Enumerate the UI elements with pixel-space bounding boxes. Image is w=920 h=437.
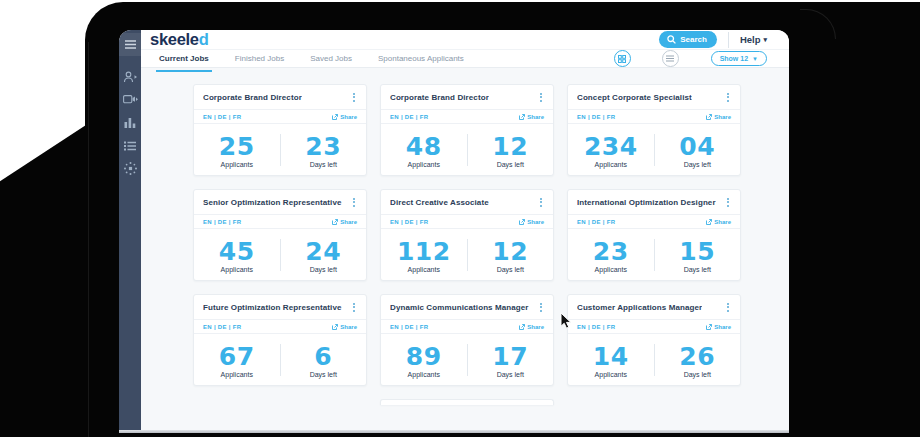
job-card-partial[interactable] xyxy=(380,399,554,405)
header-divider xyxy=(728,32,729,48)
days-label: Days left xyxy=(497,266,524,273)
list-view-button[interactable] xyxy=(662,50,679,67)
external-link-icon xyxy=(706,114,712,120)
main-panel: skeeled Search Help ▾ Current Jobs Fi xyxy=(141,30,789,433)
job-card[interactable]: Dynamic Communications Manager EN | DE |… xyxy=(380,294,554,386)
video-icon xyxy=(123,94,138,105)
search-button[interactable]: Search xyxy=(659,31,717,48)
job-grid: Corporate Brand Director EN | DE | FR Sh… xyxy=(141,68,789,433)
job-title: International Optimization Designer xyxy=(577,198,716,207)
days-label: Days left xyxy=(310,371,337,378)
job-card[interactable]: Corporate Brand Director EN | DE | FR Sh… xyxy=(193,84,367,176)
tab-spontaneous-applicants[interactable]: Spontaneous Applicants xyxy=(378,54,464,63)
card-menu-button[interactable] xyxy=(351,90,357,105)
days-label: Days left xyxy=(684,266,711,273)
job-title: Direct Creative Associate xyxy=(390,198,489,207)
tab-finished-jobs[interactable]: Finished Jobs xyxy=(235,54,284,63)
device-base-left xyxy=(0,125,86,437)
sidebar-item-integrations[interactable] xyxy=(119,157,141,180)
app-window: skeeled Search Help ▾ Current Jobs Fi xyxy=(119,30,789,433)
applicants-count: 23 xyxy=(593,239,629,264)
share-label: Share xyxy=(527,219,544,225)
days-count: 12 xyxy=(492,239,528,264)
applicants-label: Applicants xyxy=(221,266,253,273)
share-label: Share xyxy=(714,114,731,120)
share-label: Share xyxy=(527,114,544,120)
share-label: Share xyxy=(714,324,731,330)
menu-button[interactable] xyxy=(119,33,141,56)
tab-saved-jobs[interactable]: Saved Jobs xyxy=(310,54,352,63)
card-menu-button[interactable] xyxy=(725,300,731,315)
external-link-icon xyxy=(519,324,525,330)
external-link-icon xyxy=(706,324,712,330)
card-menu-button[interactable] xyxy=(725,90,731,105)
sidebar-item-lists[interactable] xyxy=(119,134,141,157)
days-count: 23 xyxy=(305,134,341,159)
external-link-icon xyxy=(706,219,712,225)
job-title: Future Optimization Representative xyxy=(203,303,342,312)
job-title: Dynamic Communications Manager xyxy=(390,303,529,312)
external-link-icon xyxy=(519,114,525,120)
share-button[interactable]: Share xyxy=(519,219,544,225)
external-link-icon xyxy=(332,324,338,330)
applicants-label: Applicants xyxy=(221,371,253,378)
job-card[interactable]: Direct Creative Associate EN | DE | FR S… xyxy=(380,189,554,281)
language-badges: EN | DE | FR xyxy=(203,219,241,225)
share-button[interactable]: Share xyxy=(332,324,357,330)
card-menu-button[interactable] xyxy=(351,195,357,210)
sidebar-item-statistics[interactable] xyxy=(119,111,141,134)
grid-view-button[interactable] xyxy=(614,50,631,67)
search-icon xyxy=(667,35,676,44)
days-label: Days left xyxy=(310,266,337,273)
device-edge-highlight xyxy=(88,42,89,437)
help-menu[interactable]: Help ▾ xyxy=(740,34,767,45)
applicants-count: 89 xyxy=(406,344,442,369)
days-count: 12 xyxy=(492,134,528,159)
days-count: 26 xyxy=(679,344,715,369)
job-card[interactable]: Customer Applications Manager EN | DE | … xyxy=(567,294,741,386)
share-button[interactable]: Share xyxy=(706,219,731,225)
card-menu-button[interactable] xyxy=(351,300,357,315)
language-badges: EN | DE | FR xyxy=(203,324,241,330)
job-card[interactable]: Future Optimization Representative EN | … xyxy=(193,294,367,386)
show-count-dropdown[interactable]: Show 12 ▼ xyxy=(711,51,767,66)
language-badges: EN | DE | FR xyxy=(390,324,428,330)
applicants-count: 48 xyxy=(406,134,442,159)
share-label: Share xyxy=(527,324,544,330)
share-button[interactable]: Share xyxy=(519,324,544,330)
network-icon xyxy=(124,162,137,175)
tab-current-jobs[interactable]: Current Jobs xyxy=(159,54,209,63)
days-count: 24 xyxy=(305,239,341,264)
external-link-icon xyxy=(332,219,338,225)
sidebar-item-candidates[interactable] xyxy=(119,65,141,88)
language-badges: EN | DE | FR xyxy=(390,114,428,120)
screen-bottom-edge xyxy=(119,430,789,433)
applicants-label: Applicants xyxy=(221,161,253,168)
card-menu-button[interactable] xyxy=(538,195,544,210)
job-card[interactable]: International Optimization Designer EN |… xyxy=(567,189,741,281)
card-menu-button[interactable] xyxy=(538,90,544,105)
card-menu-button[interactable] xyxy=(725,195,731,210)
share-button[interactable]: Share xyxy=(332,114,357,120)
sidebar-item-videos[interactable] xyxy=(119,88,141,111)
bar-chart-icon xyxy=(124,117,136,128)
external-link-icon xyxy=(519,219,525,225)
share-label: Share xyxy=(340,219,357,225)
share-button[interactable]: Share xyxy=(706,324,731,330)
applicants-label: Applicants xyxy=(595,371,627,378)
job-title: Concept Corporate Specialist xyxy=(577,93,692,102)
job-card[interactable]: Senior Optimization Representative EN | … xyxy=(193,189,367,281)
chevron-down-icon: ▾ xyxy=(763,36,767,44)
job-card[interactable]: Corporate Brand Director EN | DE | FR Sh… xyxy=(380,84,554,176)
chevron-down-icon: ▼ xyxy=(752,56,758,62)
applicants-label: Applicants xyxy=(408,266,440,273)
share-button[interactable]: Share xyxy=(706,114,731,120)
share-button[interactable]: Share xyxy=(519,114,544,120)
language-badges: EN | DE | FR xyxy=(203,114,241,120)
share-button[interactable]: Share xyxy=(332,219,357,225)
days-count: 15 xyxy=(679,239,715,264)
job-card[interactable]: Concept Corporate Specialist EN | DE | F… xyxy=(567,84,741,176)
language-badges: EN | DE | FR xyxy=(577,324,615,330)
job-title: Senior Optimization Representative xyxy=(203,198,342,207)
card-menu-button[interactable] xyxy=(538,300,544,315)
